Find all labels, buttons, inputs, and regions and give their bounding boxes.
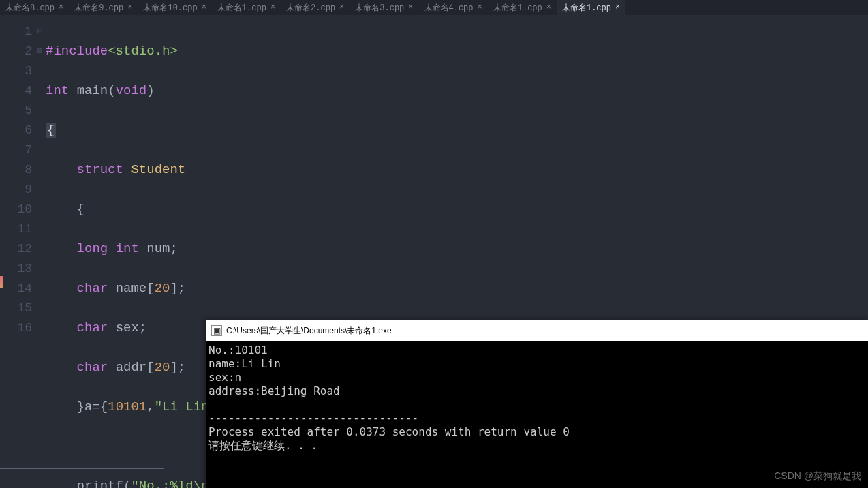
close-icon[interactable]: × (202, 3, 206, 12)
tab-label: 未命名1.cpp (562, 2, 611, 14)
fold-toggle-icon[interactable]: ⊟ (37, 42, 46, 61)
close-icon[interactable]: × (270, 3, 275, 12)
close-icon[interactable]: × (408, 3, 413, 12)
file-tab[interactable]: 未命名1.cpp× (488, 0, 557, 15)
line-number: 14 (0, 279, 32, 299)
console-title: C:\Users\国产大学生\Documents\未命名1.exe (226, 325, 392, 337)
fn-printf: printf (77, 478, 123, 488)
out-line: No.:10101 (208, 344, 268, 356)
fold-column: ⊟⊟ (37, 15, 46, 488)
file-tab[interactable]: 未命名4.cpp× (419, 0, 488, 15)
console-window: ▣ C:\Users\国产大学生\Documents\未命名1.exe No.:… (206, 320, 868, 488)
keyword-struct: struct (77, 162, 123, 177)
close-icon[interactable]: × (339, 3, 344, 12)
out-line: sex:n (208, 371, 241, 384)
line-number: 6 (0, 121, 32, 140)
file-tab[interactable]: 未命名2.cpp× (281, 0, 350, 15)
field-name: name (116, 281, 147, 296)
include-file: <stdio.h> (108, 44, 178, 59)
out-line: address:Beijing Road (208, 384, 340, 397)
line-number: 2 (0, 42, 32, 61)
line-number: 15 (0, 299, 32, 318)
keyword-char: char (77, 281, 108, 296)
tab-label: 未命名4.cpp (424, 2, 474, 14)
line-number: 11 (0, 219, 32, 239)
close-icon[interactable]: × (615, 3, 620, 12)
line-number: 13 (0, 259, 32, 279)
field-addr: addr (116, 360, 147, 375)
line-number: 7 (0, 140, 32, 160)
file-tab[interactable]: 未命名1.cpp× (212, 0, 281, 15)
out-process: Process exited after 0.0373 seconds with… (208, 425, 570, 438)
file-tab[interactable]: 未命名8.cpp× (0, 0, 69, 15)
fn-main: main (77, 83, 108, 98)
console-output[interactable]: No.:10101 name:Li Lin sex:n address:Beij… (206, 341, 868, 488)
separator-line (0, 468, 164, 469)
literal-num: 10101 (108, 399, 146, 414)
open-brace: { (46, 123, 56, 138)
tab-label: 未命名10.cpp (143, 2, 197, 14)
type-student: Student (131, 162, 185, 177)
file-tab[interactable]: 未命名10.cpp× (138, 0, 211, 15)
tab-label: 未命名9.cpp (74, 2, 123, 14)
close-icon[interactable]: × (127, 3, 132, 12)
file-tab[interactable]: 未命名3.cpp× (350, 0, 418, 15)
line-number: 5 (0, 101, 32, 121)
tab-label: 未命名8.cpp (5, 2, 55, 14)
literal-20: 20 (155, 360, 170, 375)
keyword-char: char (77, 360, 108, 375)
close-icon[interactable]: × (478, 3, 482, 12)
keyword-void: void (116, 83, 147, 98)
keyword-int: int (116, 241, 139, 256)
var-a: a (84, 399, 92, 414)
close-icon[interactable]: × (546, 3, 551, 12)
fold-toggle-icon[interactable]: ⊟ (37, 22, 46, 42)
keyword-long: long (77, 241, 108, 256)
open-brace: { (77, 202, 84, 217)
console-titlebar[interactable]: ▣ C:\Users\国产大学生\Documents\未命名1.exe (206, 320, 868, 341)
out-press-key: 请按任意键继续. . . (208, 439, 317, 452)
keyword-char: char (77, 320, 108, 335)
tab-label: 未命名1.cpp (493, 2, 542, 14)
change-indicator (0, 276, 3, 288)
preprocessor: #include (46, 44, 108, 59)
field-num: num (146, 241, 170, 256)
out-line: name:Li Lin (208, 357, 281, 370)
tab-bar: 未命名8.cpp×未命名9.cpp×未命名10.cpp×未命名1.cpp×未命名… (0, 0, 868, 15)
file-tab[interactable]: 未命名1.cpp× (557, 0, 625, 15)
close-icon[interactable]: × (59, 3, 63, 12)
line-number: 4 (0, 81, 32, 101)
line-number: 3 (0, 61, 32, 81)
line-number: 9 (0, 180, 32, 200)
keyword-int: int (46, 83, 69, 98)
tab-label: 未命名2.cpp (286, 2, 335, 14)
file-tab[interactable]: 未命名9.cpp× (69, 0, 138, 15)
literal-20: 20 (155, 281, 170, 296)
line-number-gutter: 12345678910111213141516 (0, 15, 37, 488)
line-number: 16 (0, 318, 32, 338)
tab-label: 未命名1.cpp (217, 2, 266, 14)
console-icon: ▣ (211, 325, 222, 336)
line-number: 8 (0, 160, 32, 180)
line-number: 1 (0, 22, 32, 42)
line-number: 10 (0, 200, 32, 219)
field-sex: sex (116, 320, 139, 335)
tab-label: 未命名3.cpp (355, 2, 404, 14)
out-separator: -------------------------------- (208, 412, 418, 425)
line-number: 12 (0, 239, 32, 259)
